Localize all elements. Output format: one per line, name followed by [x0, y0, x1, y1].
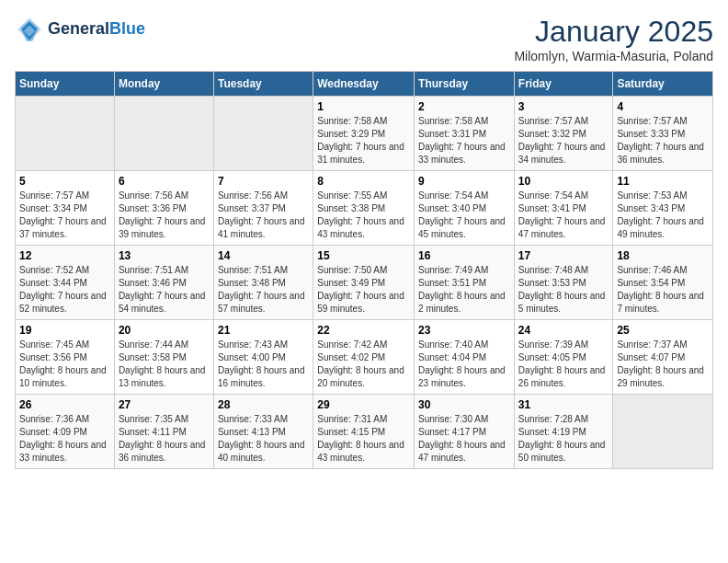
day-number: 28 — [218, 398, 309, 411]
logo-icon — [15, 15, 44, 44]
calendar-table: SundayMondayTuesdayWednesdayThursdayFrid… — [15, 71, 713, 469]
day-number: 10 — [518, 175, 609, 188]
day-number: 16 — [418, 249, 510, 262]
calendar-week-row: 19Sunrise: 7:45 AM Sunset: 3:56 PM Dayli… — [16, 320, 713, 395]
calendar-cell: 7Sunrise: 7:56 AM Sunset: 3:37 PM Daylig… — [213, 171, 313, 246]
day-info: Sunrise: 7:58 AM Sunset: 3:31 PM Dayligh… — [418, 115, 510, 167]
calendar-cell: 29Sunrise: 7:31 AM Sunset: 4:15 PM Dayli… — [313, 395, 415, 469]
calendar-cell: 28Sunrise: 7:33 AM Sunset: 4:13 PM Dayli… — [213, 395, 313, 469]
day-info: Sunrise: 7:45 AM Sunset: 3:56 PM Dayligh… — [19, 339, 110, 390]
calendar-cell: 9Sunrise: 7:54 AM Sunset: 3:40 PM Daylig… — [415, 171, 515, 246]
day-info: Sunrise: 7:54 AM Sunset: 3:41 PM Dayligh… — [518, 190, 609, 241]
day-number: 26 — [19, 398, 110, 411]
day-number: 22 — [317, 324, 410, 337]
calendar-cell: 10Sunrise: 7:54 AM Sunset: 3:41 PM Dayli… — [514, 171, 613, 246]
calendar-cell: 26Sunrise: 7:36 AM Sunset: 4:09 PM Dayli… — [16, 395, 115, 469]
calendar-cell: 12Sunrise: 7:52 AM Sunset: 3:44 PM Dayli… — [16, 246, 115, 320]
calendar-cell: 1Sunrise: 7:58 AM Sunset: 3:29 PM Daylig… — [313, 97, 415, 171]
logo-text: GeneralBlue — [48, 20, 145, 39]
calendar-cell: 25Sunrise: 7:37 AM Sunset: 4:07 PM Dayli… — [613, 320, 713, 395]
day-number: 21 — [218, 324, 309, 337]
day-info: Sunrise: 7:57 AM Sunset: 3:34 PM Dayligh… — [19, 190, 110, 241]
day-number: 8 — [317, 175, 410, 188]
day-number: 24 — [518, 324, 609, 337]
day-number: 5 — [19, 175, 110, 188]
day-number: 18 — [617, 249, 709, 262]
location-subtitle: Milomlyn, Warmia-Masuria, Poland — [514, 49, 713, 63]
day-number: 14 — [218, 249, 309, 262]
weekday-header: Monday — [114, 72, 213, 97]
day-number: 30 — [418, 398, 510, 411]
calendar-cell: 19Sunrise: 7:45 AM Sunset: 3:56 PM Dayli… — [16, 320, 115, 395]
day-number: 29 — [317, 398, 410, 411]
day-number: 19 — [19, 324, 110, 337]
day-number: 25 — [617, 324, 709, 337]
calendar-cell: 2Sunrise: 7:58 AM Sunset: 3:31 PM Daylig… — [415, 97, 515, 171]
day-number: 31 — [518, 398, 609, 411]
calendar-cell: 16Sunrise: 7:49 AM Sunset: 3:51 PM Dayli… — [415, 246, 515, 320]
calendar-cell: 20Sunrise: 7:44 AM Sunset: 3:58 PM Dayli… — [114, 320, 213, 395]
day-number: 3 — [518, 100, 609, 113]
day-info: Sunrise: 7:28 AM Sunset: 4:19 PM Dayligh… — [518, 413, 609, 465]
calendar-cell: 11Sunrise: 7:53 AM Sunset: 3:43 PM Dayli… — [613, 171, 713, 246]
weekday-header: Sunday — [16, 72, 115, 97]
day-info: Sunrise: 7:50 AM Sunset: 3:49 PM Dayligh… — [317, 264, 410, 316]
page-header: GeneralBlue January 2025 Milomlyn, Warmi… — [15, 15, 713, 63]
calendar-cell: 13Sunrise: 7:51 AM Sunset: 3:46 PM Dayli… — [114, 246, 213, 320]
day-info: Sunrise: 7:44 AM Sunset: 3:58 PM Dayligh… — [119, 339, 210, 390]
day-info: Sunrise: 7:56 AM Sunset: 3:36 PM Dayligh… — [119, 190, 210, 241]
day-number: 17 — [518, 249, 609, 262]
calendar-cell: 23Sunrise: 7:40 AM Sunset: 4:04 PM Dayli… — [415, 320, 515, 395]
day-info: Sunrise: 7:39 AM Sunset: 4:05 PM Dayligh… — [518, 339, 609, 390]
weekday-header: Saturday — [613, 72, 713, 97]
calendar-cell: 8Sunrise: 7:55 AM Sunset: 3:38 PM Daylig… — [313, 171, 415, 246]
day-number: 23 — [418, 324, 510, 337]
day-info: Sunrise: 7:31 AM Sunset: 4:15 PM Dayligh… — [317, 413, 410, 465]
day-info: Sunrise: 7:57 AM Sunset: 3:32 PM Dayligh… — [518, 115, 609, 167]
day-info: Sunrise: 7:30 AM Sunset: 4:17 PM Dayligh… — [418, 413, 510, 465]
calendar-cell: 6Sunrise: 7:56 AM Sunset: 3:36 PM Daylig… — [114, 171, 213, 246]
calendar-cell: 24Sunrise: 7:39 AM Sunset: 4:05 PM Dayli… — [514, 320, 613, 395]
calendar-cell — [213, 97, 313, 171]
calendar-cell: 17Sunrise: 7:48 AM Sunset: 3:53 PM Dayli… — [514, 246, 613, 320]
calendar-cell — [613, 395, 713, 469]
day-info: Sunrise: 7:56 AM Sunset: 3:37 PM Dayligh… — [218, 190, 309, 241]
day-info: Sunrise: 7:42 AM Sunset: 4:02 PM Dayligh… — [317, 339, 410, 390]
calendar-cell: 18Sunrise: 7:46 AM Sunset: 3:54 PM Dayli… — [613, 246, 713, 320]
day-info: Sunrise: 7:58 AM Sunset: 3:29 PM Dayligh… — [317, 115, 410, 167]
day-number: 11 — [617, 175, 709, 188]
day-info: Sunrise: 7:48 AM Sunset: 3:53 PM Dayligh… — [518, 264, 609, 316]
day-info: Sunrise: 7:40 AM Sunset: 4:04 PM Dayligh… — [418, 339, 510, 390]
day-number: 15 — [317, 249, 410, 262]
calendar-week-row: 5Sunrise: 7:57 AM Sunset: 3:34 PM Daylig… — [16, 171, 713, 246]
calendar-cell: 27Sunrise: 7:35 AM Sunset: 4:11 PM Dayli… — [114, 395, 213, 469]
calendar-body: 1Sunrise: 7:58 AM Sunset: 3:29 PM Daylig… — [16, 97, 713, 469]
calendar-header: SundayMondayTuesdayWednesdayThursdayFrid… — [16, 72, 713, 97]
day-number: 9 — [418, 175, 510, 188]
calendar-week-row: 26Sunrise: 7:36 AM Sunset: 4:09 PM Dayli… — [16, 395, 713, 469]
calendar-cell: 15Sunrise: 7:50 AM Sunset: 3:49 PM Dayli… — [313, 246, 415, 320]
calendar-week-row: 12Sunrise: 7:52 AM Sunset: 3:44 PM Dayli… — [16, 246, 713, 320]
calendar-week-row: 1Sunrise: 7:58 AM Sunset: 3:29 PM Daylig… — [16, 97, 713, 171]
calendar-cell: 30Sunrise: 7:30 AM Sunset: 4:17 PM Dayli… — [415, 395, 515, 469]
day-info: Sunrise: 7:54 AM Sunset: 3:40 PM Dayligh… — [418, 190, 510, 241]
day-number: 13 — [119, 249, 210, 262]
weekday-header-row: SundayMondayTuesdayWednesdayThursdayFrid… — [16, 72, 713, 97]
day-info: Sunrise: 7:36 AM Sunset: 4:09 PM Dayligh… — [19, 413, 110, 465]
weekday-header: Wednesday — [313, 72, 415, 97]
day-info: Sunrise: 7:52 AM Sunset: 3:44 PM Dayligh… — [19, 264, 110, 316]
day-number: 1 — [317, 100, 410, 113]
day-info: Sunrise: 7:51 AM Sunset: 3:46 PM Dayligh… — [119, 264, 210, 316]
calendar-cell: 31Sunrise: 7:28 AM Sunset: 4:19 PM Dayli… — [514, 395, 613, 469]
weekday-header: Tuesday — [213, 72, 313, 97]
title-area: January 2025 Milomlyn, Warmia-Masuria, P… — [514, 15, 713, 63]
day-info: Sunrise: 7:55 AM Sunset: 3:38 PM Dayligh… — [317, 190, 410, 241]
day-info: Sunrise: 7:49 AM Sunset: 3:51 PM Dayligh… — [418, 264, 510, 316]
day-number: 4 — [617, 100, 709, 113]
month-title: January 2025 — [514, 15, 713, 49]
day-number: 7 — [218, 175, 309, 188]
day-info: Sunrise: 7:51 AM Sunset: 3:48 PM Dayligh… — [218, 264, 309, 316]
day-info: Sunrise: 7:53 AM Sunset: 3:43 PM Dayligh… — [617, 190, 709, 241]
day-number: 27 — [119, 398, 210, 411]
calendar-cell — [114, 97, 213, 171]
